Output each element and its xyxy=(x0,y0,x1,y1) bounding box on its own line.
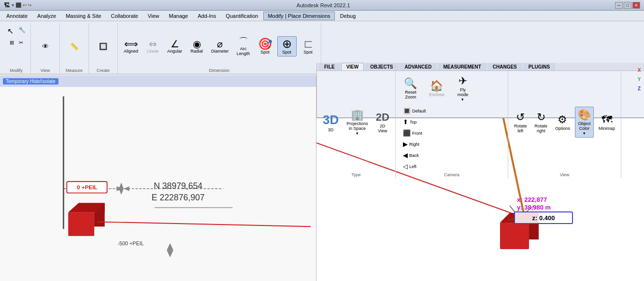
svg-rect-4 xyxy=(68,212,94,236)
2d-view-btn[interactable]: 2D 2D View xyxy=(373,109,392,135)
view-toggle-btn[interactable]: 👁 xyxy=(40,41,51,52)
spot-elev-btn[interactable]: 🎯 Spot xyxy=(255,36,275,56)
view-group-label: View xyxy=(41,67,50,74)
svg-text:y: 38,980  m: y: 38,980 m xyxy=(517,204,551,211)
svg-text:x: 222,877: x: 222,877 xyxy=(517,196,547,203)
ribbon-group-create: 🔲 Create xyxy=(89,23,118,74)
menu-addins[interactable]: Add-Ins xyxy=(193,12,220,20)
svg-text:z:  0.400: z: 0.400 xyxy=(532,214,555,222)
view-ribbon: FILE VIEW OBJECTS ADVANCED MEASUREMENT C… xyxy=(316,63,644,118)
ribbon-group-dimension: ⟺ Aligned ⇔ Linear ∠ Angular ◉ Radial ⌀ xyxy=(118,23,321,74)
angular-dim-btn[interactable]: ∠ Angular xyxy=(164,37,185,56)
left-panel: Temporary Hide/Isolate 0 +PEIL xyxy=(0,75,316,281)
minimap-btn[interactable]: 🗺 Minimap xyxy=(596,112,618,133)
options-btn[interactable]: ⚙ Options xyxy=(552,112,573,133)
fly-mode-btn[interactable]: ✈ Fly mode ▾ xyxy=(451,73,475,104)
vr-tab-objects[interactable]: OBJECTS xyxy=(365,63,398,70)
left-view-btn[interactable]: ◁Left xyxy=(401,161,429,171)
ribbon-group-measure: 📏 Measure xyxy=(60,23,89,74)
modify-btn[interactable]: 🔧 xyxy=(16,25,28,37)
type-group-label: Type xyxy=(351,171,361,178)
menu-bar: Annotate Analyze Massing & Site Collabor… xyxy=(0,11,644,21)
ribbon-group-modify: ↖ 🔧 ⊞ ✂ Modify xyxy=(2,23,31,74)
title-bar-title: Autodesk Revit 2022.1 xyxy=(297,2,350,8)
minimize-button[interactable]: ─ xyxy=(615,2,623,9)
temp-hide-label: Temporary Hide/Isolate xyxy=(3,78,58,84)
menu-debug[interactable]: Debug xyxy=(336,12,360,20)
enclose-btn[interactable]: 🏠 Enclose xyxy=(425,78,449,99)
temp-hide-bar: Temporary Hide/Isolate xyxy=(0,75,316,87)
vr-tab-advanced[interactable]: ADVANCED xyxy=(399,63,437,70)
filter-btn[interactable]: ⊞ xyxy=(8,38,16,47)
vr-group-type: 3D 3D 🏢 Projections in Space ▾ 2D 2D Vie… xyxy=(317,71,396,178)
vr-tab-changes[interactable]: CHANGES xyxy=(487,63,522,70)
view-group-label-2: View xyxy=(560,171,569,178)
svg-text:N 38979,654: N 38979,654 xyxy=(154,181,202,191)
canvas-area[interactable]: 0 +PEIL N 38979,654 E 222876,907 -500 +P… xyxy=(0,87,316,281)
menu-collaborate[interactable]: Collaborate xyxy=(107,12,143,20)
reset-zoom-btn[interactable]: 🔍 Reset Zoom xyxy=(399,75,423,101)
cut-btn[interactable]: ✂ xyxy=(17,38,25,47)
vr-tab-measurement[interactable]: MEASUREMENT xyxy=(438,63,486,70)
rotate-right-btn[interactable]: ↻ Rotate right xyxy=(531,109,550,135)
axis-y-label: Y xyxy=(638,77,641,82)
menu-annotate[interactable]: Annotate xyxy=(2,12,32,20)
modify-group-label: Modify xyxy=(10,67,23,74)
rotate-left-btn[interactable]: ↺ Rotate left xyxy=(511,109,530,135)
vr-tab-file[interactable]: FILE xyxy=(319,63,340,70)
measure-btn[interactable]: 📏 xyxy=(68,41,80,52)
right-view-btn[interactable]: ▶Right xyxy=(401,139,429,149)
spot-coord-btn[interactable]: ⊕ Spot xyxy=(277,36,297,56)
view-ribbon-content: 3D 3D 🏢 Projections in Space ▾ 2D 2D Vie… xyxy=(317,71,644,178)
quick-access-icons: ▾ ⬛ ↩ ↪ xyxy=(12,2,31,8)
measure-group-label: Measure xyxy=(66,67,83,74)
arc-length-dim-btn[interactable]: ⌒ Arc Length xyxy=(234,35,253,58)
axis-labels: X Y Z xyxy=(634,63,644,91)
svg-text:0 +PEIL: 0 +PEIL xyxy=(77,184,98,190)
svg-rect-20 xyxy=(500,223,529,249)
close-button[interactable]: ✕ xyxy=(632,2,640,9)
svg-marker-3 xyxy=(124,186,129,191)
title-bar: 🏗 ▾ ⬛ ↩ ↪ Autodesk Revit 2022.1 ─ □ ✕ xyxy=(0,0,644,11)
radial-dim-btn[interactable]: ◉ Radial xyxy=(187,37,206,56)
app-icon: 🏗 xyxy=(4,2,10,9)
camera-group-label: Camera xyxy=(444,171,459,178)
svg-marker-10 xyxy=(119,183,124,189)
select-btn[interactable]: ↖ xyxy=(5,25,15,37)
3d-btn[interactable]: 3D 3D xyxy=(320,111,342,134)
vr-group-view: ↺ Rotate left ↻ Rotate right ⚙ Options 🎨… xyxy=(508,71,621,178)
menu-quantification[interactable]: Quantification xyxy=(221,12,262,20)
vr-tab-view[interactable]: VIEW xyxy=(341,63,364,70)
svg-line-11 xyxy=(98,222,311,226)
vr-tab-plugins[interactable]: PLUGINS xyxy=(523,63,555,70)
projections-btn[interactable]: 🏢 Projections in Space ▾ xyxy=(343,107,371,138)
svg-text:E 222876,907: E 222876,907 xyxy=(152,193,205,202)
menu-analyze[interactable]: Analyze xyxy=(33,12,60,20)
diameter-dim-btn[interactable]: ⌀ Diameter xyxy=(208,37,232,56)
object-color-btn[interactable]: 🎨 Object Color ▾ xyxy=(575,107,594,138)
linear-dim-btn[interactable]: ⇔ Linear xyxy=(143,37,162,56)
top-view-btn[interactable]: ⬆Top xyxy=(401,117,429,127)
svg-text:-500 +PEIL: -500 +PEIL xyxy=(118,240,144,246)
menu-manage[interactable]: Manage xyxy=(164,12,192,20)
menu-massing[interactable]: Massing & Site xyxy=(61,12,105,20)
menu-modify-place-dimensions[interactable]: Modify | Place Dimensions xyxy=(263,12,334,20)
svg-marker-17 xyxy=(167,250,173,257)
front-view-btn[interactable]: ⬛Front xyxy=(401,128,429,138)
ribbon-group-view: 👁 View xyxy=(31,23,60,74)
back-view-btn[interactable]: ◀Back xyxy=(401,150,429,160)
title-bar-controls: ─ □ ✕ xyxy=(615,2,640,9)
spot-slope-btn[interactable]: ⊏ Spot xyxy=(299,36,318,56)
scene-svg: 0 +PEIL N 38979,654 E 222876,907 -500 +P… xyxy=(0,87,316,281)
axis-x-label: X xyxy=(638,68,641,73)
menu-view[interactable]: View xyxy=(143,12,164,20)
axis-z-label: Z xyxy=(638,86,641,91)
svg-marker-9 xyxy=(119,189,124,195)
aligned-dim-btn[interactable]: ⟺ Aligned xyxy=(121,37,141,56)
maximize-button[interactable]: □ xyxy=(624,2,631,9)
title-bar-left: 🏗 ▾ ⬛ ↩ ↪ xyxy=(4,2,31,9)
create-group-label: Create xyxy=(97,67,110,74)
view-ribbon-tabs: FILE VIEW OBJECTS ADVANCED MEASUREMENT C… xyxy=(317,63,644,71)
default-view-btn[interactable]: 🔳Default xyxy=(401,106,429,116)
create-btn[interactable]: 🔲 xyxy=(97,41,109,52)
